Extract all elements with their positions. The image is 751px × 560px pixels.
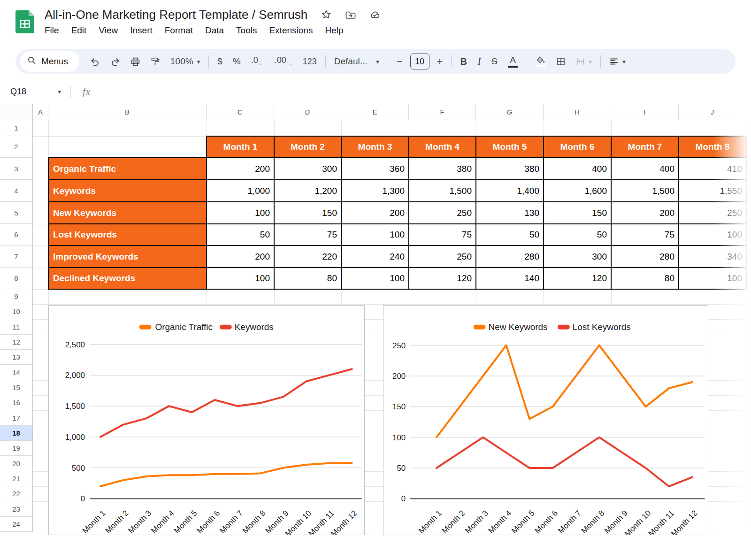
chart-new-vs-lost-keywords[interactable]: 050100150200250Month 1Month 2Month 3Mont…	[383, 305, 708, 535]
table-cell[interactable]: 200	[206, 245, 275, 268]
row-header-3[interactable]: 3	[0, 158, 33, 180]
column-header-e[interactable]: E	[341, 104, 409, 120]
table-cell[interactable]: 280	[611, 245, 679, 268]
table-cell[interactable]: 80	[274, 267, 342, 290]
table-cell[interactable]: 100	[341, 223, 409, 246]
table-header-cell[interactable]: Month 4	[408, 136, 476, 158]
row-header-16[interactable]: 16	[0, 395, 33, 410]
table-header-cell[interactable]: Month 7	[611, 136, 679, 158]
number-format-button[interactable]: 123	[298, 52, 322, 71]
table-cell[interactable]: 1,500	[408, 179, 476, 202]
decrease-decimals-button[interactable]: .0←	[246, 52, 269, 71]
table-cell[interactable]: 380	[408, 157, 476, 180]
menu-item-insert[interactable]: Insert	[124, 24, 159, 37]
column-header-a[interactable]: A	[33, 104, 48, 120]
row-header-1[interactable]: 1	[0, 120, 33, 136]
table-cell[interactable]: 1,300	[341, 179, 409, 202]
move-folder-icon[interactable]	[345, 10, 356, 19]
table-header-cell[interactable]: Month 6	[543, 136, 612, 158]
table-cell[interactable]: 300	[274, 157, 342, 180]
table-cell[interactable]: 75	[611, 223, 679, 246]
table-row-label[interactable]: Organic Traffic	[48, 157, 207, 180]
row-header-14[interactable]: 14	[0, 365, 33, 380]
column-header-b[interactable]: B	[48, 104, 207, 120]
column-header-h[interactable]: H	[544, 104, 611, 120]
row-header-8[interactable]: 8	[0, 268, 33, 289]
table-header-cell[interactable]: Month 1	[206, 136, 275, 158]
table-cell[interactable]: 400	[611, 157, 679, 180]
row-header-7[interactable]: 7	[0, 245, 33, 268]
column-header[interactable]	[746, 104, 751, 120]
formula-input[interactable]	[91, 80, 751, 104]
column-header-f[interactable]: F	[409, 104, 476, 120]
menu-item-data[interactable]: Data	[199, 24, 230, 37]
table-cell[interactable]: 200	[611, 201, 679, 224]
decrease-font-size-button[interactable]: −	[391, 52, 408, 71]
strikethrough-button[interactable]: S	[486, 52, 503, 71]
table-cell[interactable]: 100	[678, 267, 747, 290]
menu-item-file[interactable]: File	[38, 24, 65, 37]
row-header-15[interactable]: 15	[0, 380, 33, 395]
bold-button[interactable]: B	[455, 52, 472, 71]
document-title[interactable]: All-in-One Marketing Report Template / S…	[45, 8, 307, 22]
star-icon[interactable]	[321, 9, 331, 20]
chart-organic-traffic-vs-keywords[interactable]: 05001,0001,5002,0002,500Month 1Month 2Mo…	[48, 305, 365, 535]
table-header-cell[interactable]: Month 3	[341, 136, 409, 158]
cloud-saved-icon[interactable]	[370, 10, 380, 19]
table-cell[interactable]: 1,500	[611, 179, 679, 202]
row-header-2[interactable]: 2	[0, 136, 33, 158]
table-cell[interactable]: 250	[678, 201, 747, 224]
table-cell[interactable]: 360	[341, 157, 409, 180]
row-header-5[interactable]: 5	[0, 202, 33, 224]
table-cell[interactable]: 300	[543, 245, 612, 268]
table-cell[interactable]: 100	[678, 223, 747, 246]
increase-decimals-button[interactable]: .00→	[269, 52, 298, 71]
undo-button[interactable]	[85, 52, 105, 71]
row-header-4[interactable]: 4	[0, 180, 33, 202]
table-cell[interactable]: 100	[206, 267, 275, 290]
row-header-21[interactable]: 21	[0, 471, 33, 486]
borders-button[interactable]	[551, 52, 571, 71]
font-size-input[interactable]: 10	[410, 54, 429, 69]
row-header-20[interactable]: 20	[0, 456, 33, 471]
table-row-label[interactable]: Keywords	[48, 179, 207, 202]
table-cell[interactable]: 140	[475, 267, 544, 290]
table-cell[interactable]: 1,550	[678, 179, 747, 202]
row-header-11[interactable]: 11	[0, 319, 33, 335]
table-cell[interactable]: 200	[206, 157, 275, 180]
row-header-19[interactable]: 19	[0, 441, 33, 456]
format-currency-button[interactable]: $	[212, 52, 228, 71]
menu-item-view[interactable]: View	[92, 24, 124, 37]
table-cell[interactable]: 75	[408, 223, 476, 246]
increase-font-size-button[interactable]: +	[432, 52, 448, 71]
table-cell[interactable]: 150	[543, 201, 612, 224]
row-header-10[interactable]: 10	[0, 304, 33, 319]
table-cell[interactable]: 1,000	[206, 179, 275, 202]
column-header-i[interactable]: I	[611, 104, 679, 120]
table-cell[interactable]: 50	[543, 223, 612, 246]
row-header-22[interactable]: 22	[0, 486, 33, 501]
table-cell[interactable]: 280	[475, 245, 544, 268]
row-header-12[interactable]: 12	[0, 335, 33, 350]
table-cell[interactable]: 1,400	[475, 179, 544, 202]
text-color-button[interactable]: A	[503, 52, 523, 71]
menu-item-edit[interactable]: Edit	[65, 24, 93, 37]
format-percent-button[interactable]: %	[228, 52, 246, 71]
table-row-label[interactable]: Improved Keywords	[48, 245, 207, 268]
menu-item-extensions[interactable]: Extensions	[263, 24, 319, 37]
menu-item-tools[interactable]: Tools	[230, 24, 263, 37]
column-header-d[interactable]: D	[274, 104, 341, 120]
row-header-6[interactable]: 6	[0, 224, 33, 245]
table-header-cell[interactable]: Month 5	[475, 136, 544, 158]
row-header-18[interactable]: 18	[0, 426, 33, 441]
table-cell[interactable]: 200	[341, 201, 409, 224]
menu-item-format[interactable]: Format	[159, 24, 199, 37]
column-header-c[interactable]: C	[207, 104, 274, 120]
redo-button[interactable]	[105, 52, 125, 71]
table-cell[interactable]: 100	[341, 267, 409, 290]
table-cell[interactable]: 380	[475, 157, 544, 180]
table-cell[interactable]: 240	[341, 245, 409, 268]
table-cell[interactable]: 75	[274, 223, 342, 246]
italic-button[interactable]: I	[472, 52, 486, 71]
table-cell[interactable]: 1,200	[274, 179, 342, 202]
